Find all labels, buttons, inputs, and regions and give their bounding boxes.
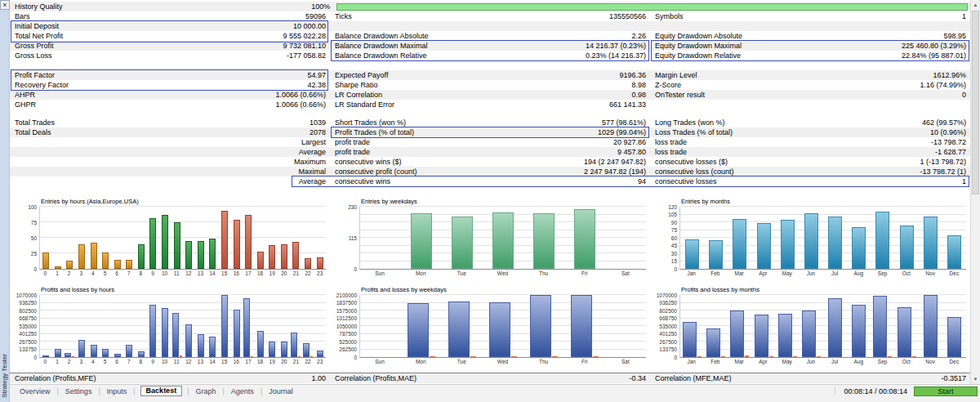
profit-bar bbox=[947, 317, 961, 357]
tab-journal[interactable]: Journal bbox=[267, 387, 295, 395]
x-tick-label: May bbox=[775, 270, 799, 277]
bar-slot bbox=[401, 295, 442, 357]
bar-slot bbox=[401, 207, 442, 269]
x-tick-label: 5 bbox=[99, 270, 111, 277]
stat-value: 1.00 bbox=[311, 373, 326, 383]
x-tick-label: Tue bbox=[441, 270, 482, 277]
tab-agents[interactable]: Agents bbox=[229, 387, 256, 395]
vertical-scrollbar[interactable]: ▲ ▼ bbox=[970, 0, 980, 384]
tab-backtest[interactable]: Backtest bbox=[140, 386, 183, 396]
stat-label: Balance Drawdown Maximal bbox=[335, 41, 428, 51]
x-tick-label: 13 bbox=[194, 270, 207, 277]
profit-bar bbox=[257, 331, 264, 357]
x-tick-label: Fri bbox=[564, 270, 605, 277]
bar-slot bbox=[776, 207, 800, 269]
stat-row: Maximumconsecutive wins ($)194 (2 247 94… bbox=[10, 157, 970, 167]
stat-label: Profit Trades (% of total) bbox=[335, 127, 414, 137]
entries-bar bbox=[757, 223, 771, 269]
bar-slot bbox=[942, 295, 966, 357]
bar-slot bbox=[76, 207, 88, 269]
x-tick-label: Feb bbox=[703, 270, 727, 277]
bar-slot bbox=[111, 295, 123, 357]
stat-value: 2.26 bbox=[631, 31, 646, 41]
bar-slot bbox=[87, 295, 100, 357]
x-tick-label: 16 bbox=[230, 270, 243, 277]
history-progress-track bbox=[334, 2, 970, 11]
stat-label: consecutive wins bbox=[335, 176, 390, 186]
stat-value: -177 058.82 bbox=[287, 51, 326, 60]
stat-value: 59096 bbox=[305, 11, 326, 21]
stat-row: Recovery Factor42.38Sharpe Ratio8.98Z-Sc… bbox=[10, 80, 970, 90]
stat-label: OnTester result bbox=[655, 90, 705, 100]
entries-bar bbox=[924, 217, 938, 269]
tester-tabs: Overview|Settings|Inputs|Backtest|Graph|… bbox=[10, 386, 835, 396]
y-tick-label: 787500 bbox=[339, 331, 357, 337]
bar-slot bbox=[290, 295, 302, 357]
stat-value: -0.34 bbox=[629, 373, 646, 383]
x-tick-label: Dec bbox=[942, 358, 966, 365]
stat-label: Gross Loss bbox=[15, 51, 52, 60]
stat-label: Total Net Profit bbox=[15, 31, 63, 41]
x-tick-label: 3 bbox=[75, 358, 87, 365]
scroll-up-icon[interactable]: ▲ bbox=[971, 0, 980, 10]
stat-value: 10 000.00 bbox=[293, 21, 326, 31]
x-tick-label: 3 bbox=[75, 270, 87, 277]
bar-slot bbox=[800, 207, 823, 269]
scrollbar-thumb[interactable] bbox=[972, 11, 979, 194]
profit-bar bbox=[114, 354, 121, 357]
bar-slot bbox=[752, 295, 776, 357]
entries-bar bbox=[149, 218, 156, 269]
stat-label: Sharpe Ratio bbox=[335, 80, 378, 90]
start-button[interactable]: Start bbox=[914, 386, 978, 396]
y-tick-label: 535000 bbox=[659, 324, 677, 329]
loss-bar bbox=[912, 356, 916, 358]
stat-row: Profit Factor54.97Expected Payoff9196.36… bbox=[10, 70, 970, 80]
tab-inputs[interactable]: Inputs bbox=[105, 387, 129, 395]
panel-title: Strategy Tester bbox=[1, 354, 8, 398]
chart-x-axis: JanFebMarAprMayJunJulAugSepOctNovDec bbox=[679, 358, 966, 365]
close-icon[interactable]: × bbox=[0, 0, 10, 10]
bar-slot bbox=[895, 295, 919, 357]
tab-graph[interactable]: Graph bbox=[194, 387, 217, 395]
chart-plot bbox=[39, 207, 326, 270]
x-tick-label: 10 bbox=[158, 270, 171, 277]
x-tick-label: Jun bbox=[799, 358, 822, 365]
profit-bar bbox=[706, 328, 720, 358]
x-tick-label: 15 bbox=[218, 270, 230, 277]
bar-slot bbox=[183, 295, 195, 357]
loss-bar bbox=[552, 356, 558, 358]
y-tick-label: 75 bbox=[671, 227, 677, 233]
entries-bar bbox=[234, 220, 240, 269]
chart-plot bbox=[39, 295, 326, 358]
stat-value: -13 798.72 bbox=[931, 137, 966, 147]
loss-bar bbox=[72, 356, 74, 358]
y-tick-label: 2100000 bbox=[336, 293, 357, 298]
stat-row: AHPR1.0066 (0.66%)LR Correlation0.98OnTe… bbox=[10, 90, 970, 100]
entries-bar bbox=[492, 212, 514, 269]
bar-slot bbox=[147, 207, 159, 269]
profit-bar bbox=[828, 298, 842, 357]
loss-bar bbox=[745, 355, 749, 357]
stat-value: 9 457.80 bbox=[617, 147, 646, 157]
bar-slot bbox=[64, 295, 76, 357]
x-tick-label: 6 bbox=[111, 358, 123, 365]
entries-bar bbox=[317, 257, 323, 269]
x-tick-label: 18 bbox=[254, 270, 266, 277]
tab-overview[interactable]: Overview bbox=[18, 387, 52, 395]
bar-slot bbox=[871, 295, 894, 357]
stat-label: consecutive loss (count) bbox=[655, 167, 734, 176]
loss-bar bbox=[593, 356, 599, 358]
x-tick-label: 4 bbox=[87, 270, 100, 277]
stat-value: 2 247 947.82 (194) bbox=[584, 167, 646, 176]
entries-bar bbox=[574, 209, 595, 269]
tab-settings[interactable]: Settings bbox=[64, 387, 94, 395]
entries-bar bbox=[126, 260, 132, 269]
stat-label: Bars bbox=[15, 11, 30, 21]
y-tick-label: 1312500 bbox=[336, 315, 357, 321]
bar-slot bbox=[278, 207, 291, 269]
stat-value: 661 141.33 bbox=[609, 100, 646, 109]
strategy-tester-side-tab[interactable]: × Strategy Tester bbox=[0, 0, 10, 402]
x-tick-label: 8 bbox=[135, 270, 147, 277]
scroll-down-icon[interactable]: ▼ bbox=[971, 374, 980, 384]
stat-label: profit trade bbox=[335, 147, 370, 157]
